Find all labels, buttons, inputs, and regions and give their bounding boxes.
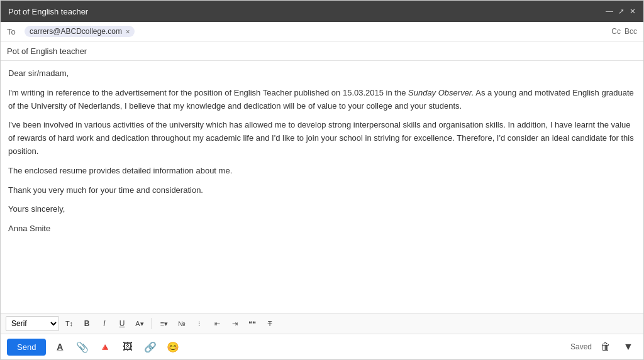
delete-draft-button[interactable]: 🗑 xyxy=(597,338,614,356)
italic-button[interactable]: I xyxy=(97,316,112,331)
insert-photo-button[interactable]: 🖼 xyxy=(119,338,136,356)
more-options-button[interactable]: ▼ xyxy=(619,338,637,356)
unordered-list-button[interactable]: ⁝ xyxy=(192,316,207,331)
compose-window: Pot of English teacher — ➚ ✕ To carrers@… xyxy=(0,0,644,360)
closing: Yours sincerely, xyxy=(8,203,636,216)
paragraph2: I've been involved in various activities… xyxy=(8,119,636,158)
recipient-email: carrers@ABCDcollege.com xyxy=(30,27,122,36)
paragraph1-start: I'm writing in reference to the advertis… xyxy=(8,88,408,97)
font-color-button[interactable]: A▾ xyxy=(132,316,147,331)
align-button[interactable]: ≡▾ xyxy=(157,316,172,331)
bcc-link[interactable]: Bcc xyxy=(625,27,637,36)
paragraph4: Thank you very much for your time and co… xyxy=(8,184,636,197)
formatting-toolbar: Serif Sans-serif Arial T↕ B I U A▾ ≡▾ № … xyxy=(1,313,643,334)
format-underline-button[interactable]: A xyxy=(51,338,69,356)
email-body[interactable]: Dear sir/madam, I'm writing in reference… xyxy=(1,61,643,313)
underline-button[interactable]: U xyxy=(114,316,130,331)
font-size-button[interactable]: T↕ xyxy=(62,316,77,331)
saved-label: Saved xyxy=(570,342,592,351)
insert-drive-file-button[interactable]: 🔺 xyxy=(96,338,114,356)
close-icon[interactable]: ✕ xyxy=(630,7,636,16)
subject-text: Pot of English teacher xyxy=(7,46,87,56)
bottom-bar: Send A 📎 🔺 🖼 🔗 😊 Saved 🗑 ▼ xyxy=(1,334,643,359)
remove-recipient-icon[interactable]: × xyxy=(126,28,130,35)
attach-file-button[interactable]: 📎 xyxy=(74,338,91,356)
clear-formatting-button[interactable]: T xyxy=(262,316,277,331)
maximize-icon[interactable]: ➚ xyxy=(618,7,625,16)
indent-less-button[interactable]: ⇤ xyxy=(209,316,225,331)
subject-row: Pot of English teacher xyxy=(1,41,643,61)
sender-name: Anna Smite xyxy=(8,222,636,236)
window-title: Pot of English teacher xyxy=(8,7,88,16)
title-bar: Pot of English teacher — ➚ ✕ xyxy=(1,1,643,22)
paragraph1-italic: Sunday Observer. xyxy=(408,88,474,97)
cc-link[interactable]: Cc xyxy=(611,27,621,36)
ordered-list-button[interactable]: № xyxy=(174,316,189,331)
minimize-icon[interactable]: — xyxy=(606,7,613,16)
paragraph3: The enclosed resume provides detailed in… xyxy=(8,165,636,178)
font-select[interactable]: Serif Sans-serif Arial xyxy=(6,316,59,331)
window-controls: — ➚ ✕ xyxy=(606,7,636,16)
greeting: Dear sir/madam, xyxy=(8,67,636,80)
send-button[interactable]: Send xyxy=(7,339,46,356)
to-label: To xyxy=(7,27,19,36)
blockquote-button[interactable]: ❝❝ xyxy=(245,316,260,331)
cc-bcc-links: Cc Bcc xyxy=(611,27,637,36)
insert-link-button[interactable]: 🔗 xyxy=(142,338,159,356)
recipient-chip: carrers@ABCDcollege.com × xyxy=(25,26,135,37)
saved-area: Saved 🗑 ▼ xyxy=(570,338,637,356)
indent-more-button[interactable]: ⇥ xyxy=(227,316,242,331)
paragraph1: I'm writing in reference to the advertis… xyxy=(8,87,636,113)
to-row: To carrers@ABCDcollege.com × Cc Bcc xyxy=(1,22,643,41)
separator1 xyxy=(152,318,152,329)
bold-button[interactable]: B xyxy=(79,316,94,331)
insert-emoji-button[interactable]: 😊 xyxy=(164,338,182,356)
